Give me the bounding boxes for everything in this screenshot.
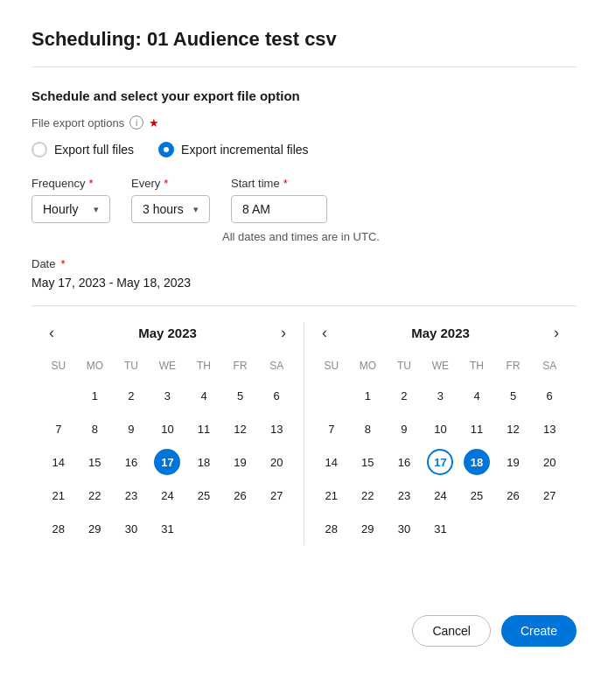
table-row[interactable]: 1 — [77, 379, 114, 412]
table-row[interactable]: 20 — [258, 445, 295, 479]
cal-left-next-button[interactable]: › — [274, 322, 293, 344]
table-row[interactable]: 22 — [350, 479, 387, 512]
table-row[interactable]: 9 — [386, 412, 423, 445]
table-row[interactable]: 26 — [222, 479, 259, 512]
table-row[interactable]: 6 — [531, 379, 568, 412]
table-row[interactable]: 12 — [222, 412, 259, 445]
table-row[interactable]: 3 — [423, 379, 459, 412]
table-row[interactable]: 5 — [222, 379, 259, 412]
cal-left-day-we: WE — [150, 356, 186, 379]
frequency-dropdown[interactable]: Hourly ▾ — [31, 195, 110, 223]
table-row[interactable]: 15 — [350, 445, 387, 479]
table-row[interactable]: 13 — [531, 412, 568, 445]
table-row[interactable]: 25 — [458, 479, 495, 512]
calendar-left: ‹ May 2023 › SU MO TU WE TH FR SA 1234 — [31, 322, 304, 545]
table-row[interactable]: 6 — [258, 379, 295, 412]
table-row[interactable]: 4 — [185, 379, 222, 412]
table-row[interactable]: 16 — [113, 445, 150, 479]
date-label-row: Date * — [31, 257, 577, 270]
table-row[interactable]: 16 — [386, 445, 423, 479]
table-row[interactable]: 31 — [150, 512, 186, 545]
cal-left-month-year: May 2023 — [138, 326, 197, 340]
info-icon[interactable]: i — [129, 116, 143, 130]
table-row[interactable]: 5 — [495, 379, 532, 412]
table-row[interactable]: 2 — [386, 379, 423, 412]
cal-left-day-fr: FR — [222, 356, 259, 379]
table-row[interactable]: 23 — [386, 479, 423, 512]
cancel-button[interactable]: Cancel — [412, 615, 491, 647]
cal-left-day-sa: SA — [258, 356, 295, 379]
radio-full-circle — [31, 142, 47, 158]
table-row[interactable]: 14 — [40, 445, 77, 479]
table-row[interactable]: 10 — [423, 412, 459, 445]
table-row[interactable]: 23 — [113, 479, 150, 512]
cal-left-day-th: TH — [185, 356, 222, 379]
table-row[interactable]: 7 — [40, 412, 77, 445]
table-row[interactable]: 20 — [531, 445, 568, 479]
cal-left-day-tu: TU — [113, 356, 150, 379]
table-row[interactable]: 19 — [222, 445, 259, 479]
table-row[interactable]: 21 — [313, 479, 350, 512]
table-row — [531, 512, 568, 545]
cal-right-day-fr: FR — [495, 356, 532, 379]
table-row[interactable]: 27 — [531, 479, 568, 512]
radio-full-files[interactable]: Export full files — [31, 142, 134, 158]
table-row[interactable]: 11 — [185, 412, 222, 445]
every-chevron-icon: ▾ — [193, 204, 199, 215]
table-row[interactable]: 25 — [185, 479, 222, 512]
table-row — [222, 512, 259, 545]
cal-right-next-button[interactable]: › — [547, 322, 566, 344]
cal-right-day-sa: SA — [531, 356, 568, 379]
table-row[interactable]: 24 — [150, 479, 186, 512]
section-label: Schedule and select your export file opt… — [31, 88, 577, 103]
radio-full-label: Export full files — [54, 143, 134, 157]
table-row[interactable]: 10 — [150, 412, 186, 445]
table-row[interactable]: 28 — [313, 512, 350, 545]
table-row[interactable]: 22 — [77, 479, 114, 512]
table-row[interactable]: 26 — [495, 479, 532, 512]
create-button[interactable]: Create — [501, 615, 577, 647]
cal-left-day-su: SU — [40, 356, 77, 379]
table-row[interactable]: 11 — [458, 412, 495, 445]
every-label: Every * — [131, 177, 210, 190]
table-row[interactable]: 29 — [350, 512, 387, 545]
file-export-label: File export options — [31, 116, 124, 130]
table-row[interactable]: 8 — [77, 412, 114, 445]
date-label: Date — [31, 257, 55, 270]
date-range-display: May 17, 2023 - May 18, 2023 — [31, 276, 577, 290]
every-dropdown[interactable]: 3 hours ▾ — [131, 195, 210, 223]
table-row[interactable]: 27 — [258, 479, 295, 512]
table-row[interactable]: 17 — [150, 445, 186, 479]
table-row[interactable]: 31 — [423, 512, 459, 545]
table-row[interactable]: 12 — [495, 412, 532, 445]
table-row[interactable]: 19 — [495, 445, 532, 479]
table-row[interactable]: 18 — [185, 445, 222, 479]
table-row[interactable]: 28 — [40, 512, 77, 545]
cal-right-day-th: TH — [458, 356, 495, 379]
start-time-input[interactable] — [231, 195, 327, 223]
table-row[interactable]: 1 — [350, 379, 387, 412]
cal-left-prev-button[interactable]: ‹ — [42, 322, 61, 344]
table-row[interactable]: 13 — [258, 412, 295, 445]
divider — [31, 66, 577, 67]
table-row[interactable]: 21 — [40, 479, 77, 512]
table-row[interactable]: 30 — [113, 512, 150, 545]
table-row[interactable]: 2 — [113, 379, 150, 412]
table-row[interactable]: 30 — [386, 512, 423, 545]
table-row[interactable]: 9 — [113, 412, 150, 445]
table-row[interactable]: 3 — [150, 379, 186, 412]
every-value: 3 hours — [143, 202, 184, 216]
table-row[interactable]: 29 — [77, 512, 114, 545]
table-row[interactable]: 18 — [458, 445, 495, 479]
radio-incremental-files[interactable]: Export incremental files — [158, 142, 309, 158]
table-row[interactable]: 7 — [313, 412, 350, 445]
table-row[interactable]: 15 — [77, 445, 114, 479]
table-row[interactable]: 24 — [423, 479, 459, 512]
cal-right-header: ‹ May 2023 › — [313, 322, 568, 344]
table-row[interactable]: 17 — [423, 445, 459, 479]
table-row[interactable]: 8 — [350, 412, 387, 445]
cal-right-prev-button[interactable]: ‹ — [315, 322, 334, 344]
table-row[interactable]: 14 — [313, 445, 350, 479]
modal-container: Scheduling: 01 Audience test csv Schedul… — [0, 0, 608, 700]
table-row[interactable]: 4 — [458, 379, 495, 412]
